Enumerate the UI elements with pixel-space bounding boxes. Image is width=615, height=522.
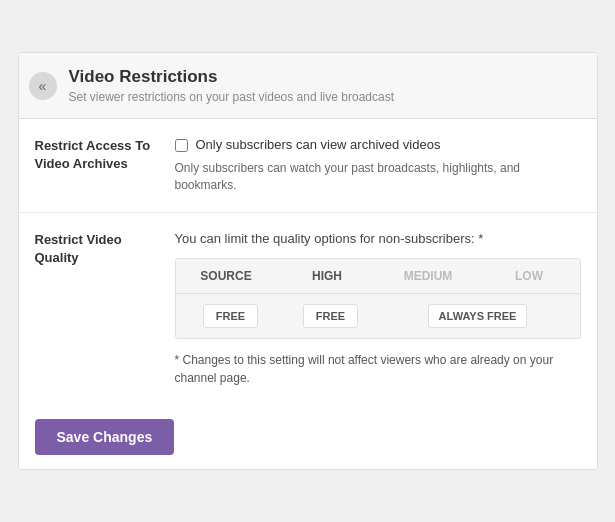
settings-panel: « Video Restrictions Set viewer restrict…	[18, 52, 598, 470]
badge-cell-always-free: ALWAYS FREE	[384, 304, 572, 328]
back-button[interactable]: «	[29, 72, 57, 100]
footer: Save Changes	[19, 405, 597, 469]
quality-header-medium: MEDIUM	[378, 259, 479, 293]
quality-header-high: HIGH	[277, 259, 378, 293]
quality-badges-row: FREE FREE ALWAYS FREE	[176, 294, 580, 338]
panel-title: Video Restrictions	[69, 67, 581, 87]
quality-description: You can limit the quality options for no…	[175, 231, 581, 246]
badge-cell-source: FREE	[184, 304, 278, 328]
restrict-quality-content: You can limit the quality options for no…	[175, 231, 581, 387]
badge-always-free: ALWAYS FREE	[428, 304, 528, 328]
quality-headers-row: SOURCE HIGH MEDIUM LOW	[176, 259, 580, 294]
panel-subtitle: Set viewer restrictions on your past vid…	[69, 90, 581, 104]
quality-table: SOURCE HIGH MEDIUM LOW FREE FREE ALWAYS …	[175, 258, 581, 339]
badge-cell-high: FREE	[284, 304, 378, 328]
badge-high[interactable]: FREE	[303, 304, 358, 328]
badge-source[interactable]: FREE	[203, 304, 258, 328]
quality-header-source: SOURCE	[176, 259, 277, 293]
save-changes-button[interactable]: Save Changes	[35, 419, 175, 455]
restrict-quality-label: Restrict Video Quality	[35, 231, 175, 387]
checkbox-row: Only subscribers can view archived video…	[175, 137, 581, 152]
quality-header-low: LOW	[479, 259, 580, 293]
panel-header: « Video Restrictions Set viewer restrict…	[19, 53, 597, 119]
restrict-access-content: Only subscribers can view archived video…	[175, 137, 581, 194]
back-arrow-icon: «	[39, 78, 47, 94]
restrict-access-section: Restrict Access To Video Archives Only s…	[19, 119, 597, 213]
restrict-access-label: Restrict Access To Video Archives	[35, 137, 175, 194]
quality-note: * Changes to this setting will not affec…	[175, 351, 581, 387]
access-sub-text: Only subscribers can watch your past bro…	[175, 160, 581, 194]
checkbox-label: Only subscribers can view archived video…	[196, 137, 441, 152]
restrict-quality-section: Restrict Video Quality You can limit the…	[19, 213, 597, 405]
subscribers-only-checkbox[interactable]	[175, 139, 188, 152]
